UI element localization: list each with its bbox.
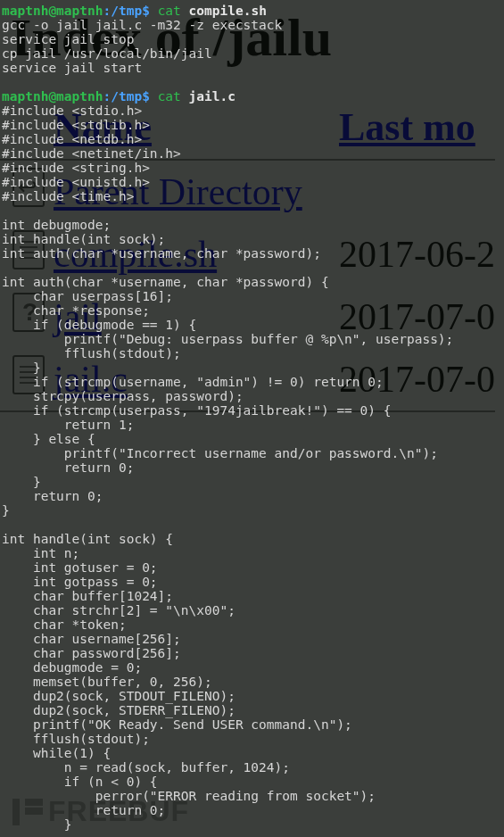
terminal-window[interactable]: maptnh@maptnh:/tmp$ cat compile.sh gcc -… [0,0,504,837]
prompt-arg: compile.sh [189,4,267,18]
terminal-output: #include <stdio.h> #include <stdlib.h> #… [2,104,453,832]
prompt-arg: jail.c [189,89,235,104]
prompt-user: maptnh@maptnh [2,4,103,18]
prompt-dollar: $ [142,89,150,104]
terminal-output: gcc -o jail jail.c -m32 -z execstack ser… [2,18,282,75]
prompt-command: cat [158,4,181,18]
prompt-path: :/tmp [103,4,143,18]
prompt-user: maptnh@maptnh [2,89,103,104]
prompt-dollar: $ [142,4,150,18]
prompt-command: cat [158,89,181,104]
prompt-path: :/tmp [103,89,143,104]
